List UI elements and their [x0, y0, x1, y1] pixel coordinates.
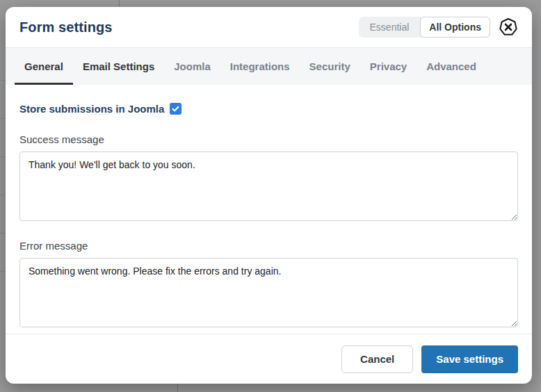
tab-general[interactable]: General	[15, 48, 73, 85]
store-submissions-row: Store submissions in Joomla	[19, 103, 518, 115]
toggle-all-options[interactable]: All Options	[420, 17, 490, 38]
backdrop-column-line	[177, 384, 178, 392]
dialog-header: Form settings Essential All Options	[6, 7, 532, 47]
tab-joomla[interactable]: Joomla	[164, 48, 220, 85]
tab-security[interactable]: Security	[300, 48, 360, 85]
options-mode-toggle: Essential All Options	[359, 17, 490, 38]
general-tab-panel: Store submissions in Joomla Success mess…	[6, 85, 532, 334]
success-message-label: Success message	[19, 133, 518, 145]
toggle-essential[interactable]: Essential	[359, 17, 421, 38]
header-actions: Essential All Options	[359, 17, 518, 38]
dialog-title: Form settings	[19, 19, 113, 35]
tab-privacy[interactable]: Privacy	[360, 48, 417, 85]
tab-email-settings[interactable]: Email Settings	[73, 48, 164, 85]
form-settings-dialog: Form settings Essential All Options Gene…	[6, 7, 532, 384]
store-submissions-checkbox[interactable]	[170, 103, 181, 115]
tab-integrations[interactable]: Integrations	[220, 48, 300, 85]
backdrop-column-line	[119, 0, 120, 7]
error-message-label: Error message	[19, 240, 518, 252]
settings-tab-bar: General Email Settings Joomla Integratio…	[6, 47, 532, 85]
save-settings-button[interactable]: Save settings	[421, 345, 518, 373]
cancel-button[interactable]: Cancel	[341, 345, 413, 373]
tab-advanced[interactable]: Advanced	[417, 48, 486, 85]
store-submissions-label: Store submissions in Joomla	[19, 103, 164, 115]
dialog-footer: Cancel Save settings	[6, 334, 532, 384]
success-message-input[interactable]: Thank you! We'll get back to you soon.	[19, 152, 518, 221]
error-message-input[interactable]: Something went wrong. Please fix the err…	[19, 258, 518, 327]
checkmark-icon	[171, 104, 180, 113]
x-heptagon-icon[interactable]	[499, 17, 518, 37]
